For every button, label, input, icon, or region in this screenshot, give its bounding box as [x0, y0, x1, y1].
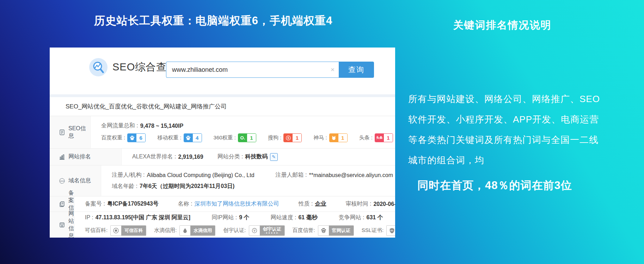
icp-audit-value: 2020-06-30	[373, 201, 395, 207]
site-title: SEO_网站优化_百度优化_谷歌优化_网站建设_网络推广公司	[66, 102, 227, 111]
ssl-cert-badge: SSL 未启用	[386, 225, 395, 236]
domain-age-label: 域名年龄 :	[112, 183, 137, 190]
weight-label: 头条 :	[359, 134, 373, 141]
cert-label: 创宇认证:	[223, 227, 246, 234]
registrant-value: Alibaba Cloud Computing (Beijing) Co., L…	[147, 172, 254, 178]
baidu-paw-icon	[184, 134, 193, 142]
toutiao-weight-item: 头条 : 头条 1	[359, 133, 393, 142]
seo-query-card: SEO综合查询 × 查询 SEO_网站优化_百度优化_谷歌优化_网站建设_网络推…	[50, 48, 395, 238]
shenma-weight-item: 神马 : 1	[313, 133, 347, 142]
site-title-row: SEO_网站优化_百度优化_谷歌优化_网站建设_网络推广公司	[50, 97, 395, 116]
row-label-text: 网站排名	[68, 153, 91, 161]
alexa-value: 2,919,169	[178, 154, 203, 160]
icp-name-label: 名称 :	[178, 200, 192, 208]
banner-left-title: 历史站长工具权重：电脑端权重6，手机端权重4	[49, 13, 377, 28]
svg-text:SSL: SSL	[391, 230, 394, 231]
row-site-info: 网站信息 IP : 47.113.83.195[中国 广东 深圳 阿里云] 同I…	[50, 212, 395, 238]
so360-weight-badge: O. 1	[238, 133, 256, 142]
cert-item-shuidi: 水滴信用: 水滴信用	[154, 225, 215, 236]
icp-nature-value: 企业	[315, 200, 326, 208]
right-text-line: 等各类热门关键词及所有热门词与全国一二线	[408, 130, 634, 150]
row-content-domain: 注册人/机构 : Alibaba Cloud Computing (Beijin…	[101, 165, 395, 196]
row-label-rank: 网站排名	[50, 149, 122, 165]
seo-query-logo-icon	[89, 58, 108, 76]
cert-badge-sub: -★★★★★-	[264, 232, 280, 234]
v-cert-icon: V	[249, 226, 260, 235]
cert-label: 百度信誉:	[293, 227, 315, 234]
document-icon	[59, 129, 65, 136]
same-ip-label: 同IP网站 :	[211, 214, 237, 221]
icp-number-value: 粤ICP备17052943号	[107, 200, 159, 208]
clear-icon[interactable]: ×	[331, 65, 335, 74]
cert-item-kexin: 可信百科: 可信百科	[85, 225, 146, 236]
bar-chart-icon	[59, 154, 65, 160]
card-header: SEO综合查询 × 查询	[50, 48, 395, 94]
so360-weight-item: 360权重 : O. 1	[214, 133, 256, 142]
cert-badge-text: 创宇认证	[263, 227, 281, 232]
toutiao-icon: 头条	[375, 134, 384, 142]
right-text-highlight: 同时在首页，48％的词在前3位	[408, 178, 634, 193]
baidu-official-badge: du 官网认证	[318, 225, 354, 236]
speed-label: 网站速度 :	[271, 214, 296, 221]
cert-item-ssl: SSL证书: SSL 未启用	[362, 225, 395, 236]
cert-badge-text: 可信百科	[124, 228, 143, 233]
weight-value: 1	[247, 134, 256, 142]
traffic-label: 全网流量总和 :	[101, 122, 138, 130]
search-input[interactable]	[166, 62, 339, 78]
water-drop-icon	[180, 226, 190, 235]
shenma-icon	[330, 134, 338, 142]
competitor-value: 631 个	[367, 214, 383, 221]
weight-value: 4	[193, 134, 202, 142]
svg-text:www: www	[60, 180, 64, 182]
cert-item-chuangyu: 创宇认证: V 创宇认证-★★★★★-	[223, 225, 284, 236]
row-content-rank: ALEXA世界排名 : 2,919,169 网站分类 : 科技数码 ✎	[122, 149, 395, 165]
banner-right-title: 关键词排名情况说明	[400, 18, 605, 32]
baidu-weight-item: 百度权重 : 6	[101, 133, 146, 142]
cert-label: 可信百科:	[85, 227, 108, 234]
row-content-seo: 全网流量总和 : 9,478 ~ 15,140IP 百度权重 :	[91, 116, 395, 148]
shenma-weight-badge: 1	[329, 133, 348, 142]
mobile-weight-item: 移动权重 : 4	[157, 133, 202, 142]
weight-value: 1	[384, 134, 393, 142]
baidu-paw-icon	[128, 134, 136, 142]
category-value: 科技数码	[245, 153, 268, 161]
row-seo-info: SEO信息 全网流量总和 : 9,478 ~ 15,140IP 百度权重 :	[50, 116, 395, 149]
shuidi-credit-badge: 水滴信用	[179, 225, 215, 236]
same-ip-value: 9 个	[239, 214, 249, 221]
icp-name-link[interactable]: 深圳市知了网络信息技术有限公司	[195, 200, 279, 208]
svg-text:S: S	[287, 136, 289, 140]
row-content-icp: 备案号 : 粤ICP备17052943号 名称 : 深圳市知了网络信息技术有限公…	[74, 196, 395, 212]
so360-icon: O.	[238, 134, 247, 142]
ip-value: 47.113.83.195[中国 广东 深圳 阿里云]	[96, 214, 190, 221]
cert-badge-text: 官网认证	[332, 228, 350, 233]
icp-nature-label: 性质 :	[299, 200, 313, 208]
cert-item-baidu-reputation: 百度信誉: du 官网认证	[293, 225, 354, 236]
email-label: 注册人邮箱 :	[276, 171, 307, 179]
baidu-paw-gray-icon: du	[318, 226, 329, 235]
icp-number-label: 备案号 :	[85, 200, 105, 208]
kexin-baike-badge: 可信百科	[110, 225, 146, 236]
cert-badge-text: 水滴信用	[194, 228, 212, 233]
baidu-weight-badge: 6	[127, 133, 146, 142]
ssl-shield-icon: SSL	[387, 226, 395, 235]
edit-category-icon[interactable]: ✎	[270, 153, 278, 161]
row-label-icp: 备案信息	[50, 196, 74, 212]
right-text-panel: 所有与网站建设、网络公司、网络推广、SEO 软件开发、小程序开发、APP开发、电…	[408, 89, 634, 193]
weight-label: 神马 :	[313, 134, 327, 141]
weight-label: 百度权重 :	[101, 134, 125, 141]
query-button[interactable]: 查询	[339, 62, 374, 78]
search-input-wrap: ×	[166, 62, 339, 78]
traffic-value: 9,478 ~ 15,140IP	[140, 123, 183, 129]
row-content-site: IP : 47.113.83.195[中国 广东 深圳 阿里云] 同IP网站 :…	[74, 212, 395, 238]
icp-audit-label: 审核时间 :	[346, 200, 372, 208]
cert-label: SSL证书:	[362, 227, 384, 234]
kexin-baike-icon	[111, 226, 121, 235]
mobile-weight-badge: 4	[184, 133, 202, 142]
row-icp-info: 备案信息 备案号 : 粤ICP备17052943号 名称 : 深圳市知了网络信息…	[50, 196, 395, 212]
globe-www-icon: www	[59, 178, 65, 184]
cert-label: 水滴信用:	[154, 227, 177, 234]
row-label-text: 域名信息	[68, 177, 91, 184]
toutiao-weight-badge: 头条 1	[375, 133, 393, 142]
row-label-text: 网站信息	[68, 210, 74, 238]
email-value: **mainabuse@service.aliyun.com	[309, 172, 393, 178]
